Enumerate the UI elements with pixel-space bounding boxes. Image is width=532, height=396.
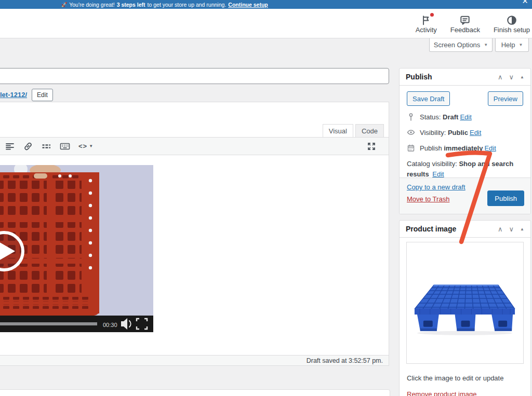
link-icon[interactable] [23,141,33,152]
move-down-icon[interactable]: ∨ [509,225,514,233]
permalink: let-1212/ Edit [0,88,53,102]
tab-visual[interactable]: Visual [323,124,353,138]
editor-toolbar: <> ▼ [0,137,389,155]
progress-bar[interactable] [0,322,97,325]
catalog-visibility-row: Catalog visibility: Shop and search resu… [407,159,516,180]
code-icon[interactable]: <> ▼ [78,142,93,150]
move-up-icon[interactable]: ∧ [498,73,503,81]
code-glyph: <> [78,142,87,150]
draft-saved-text: Draft saved at 3:52:57 pm. [307,357,383,364]
save-draft-button[interactable]: Save Draft [407,91,450,106]
woocommerce-edit-product-page: 🚀 You're doing great! 3 steps left to ge… [0,0,532,396]
edit-catalog-link[interactable]: Edit [432,170,444,178]
product-image-hint: Click the image to edit or update [407,374,523,382]
notification-dot [430,13,434,17]
close-icon[interactable]: × [522,0,528,6]
schedule-row: Publish immediatelyEdit [407,144,523,153]
product-image-thumbnail[interactable] [406,242,524,364]
video-controls: 00:30 [0,316,153,332]
flag-icon [420,13,432,26]
tab-code[interactable]: Code [355,124,384,138]
product-image-panel-header[interactable]: Product image ∧ ∨ ▲ [400,221,530,238]
eye-icon [407,128,415,136]
feedback-label: Feedback [450,26,480,34]
product-image-panel-title: Product image [406,225,456,233]
product-data-panel-top [0,389,390,396]
status-label: Status: [420,113,443,121]
toggle-panel-icon[interactable]: ▲ [520,75,524,79]
publish-panel-header[interactable]: Publish ∧ ∨ ▲ [400,69,530,86]
editor-mode-tabs: Visual Code [323,124,384,138]
status-text: Status: DraftEdit [420,113,472,121]
help-button[interactable]: Help ▼ [495,38,529,52]
edit-schedule-link[interactable]: Edit [484,144,496,152]
move-up-icon[interactable]: ∧ [498,225,503,233]
copy-to-new-draft-link[interactable]: Copy to a new draft [407,183,523,191]
setup-progress-banner: 🚀 You're doing great! 3 steps left to ge… [0,0,532,9]
visibility-row: Visibility: PublicEdit [407,128,523,137]
fullscreen-icon[interactable] [366,141,377,152]
header-actions: Activity Feedback Finish setup [416,13,530,34]
finish-setup-button[interactable]: Finish setup [494,13,530,34]
visibility-text: Visibility: PublicEdit [420,128,481,137]
product-image-panel: Product image ∧ ∨ ▲ [399,220,531,396]
edit-visibility-link[interactable]: Edit [470,129,481,136]
feedback-button[interactable]: Feedback [450,13,480,34]
visibility-label: Visibility: [420,129,448,136]
play-button[interactable] [0,233,23,270]
rocket-icon: 🚀 [61,2,67,7]
banner-text-1: You're doing great! [69,2,114,8]
permalink-edit-button[interactable]: Edit [32,89,53,101]
help-label: Help [501,41,515,49]
move-down-icon[interactable]: ∨ [509,73,514,81]
activity-button[interactable]: Activity [416,13,437,34]
screen-options-label: Screen Options [434,41,481,49]
publish-panel-title: Publish [406,73,432,81]
more-tag-icon[interactable] [41,141,51,152]
schedule-label: Publish [420,144,444,152]
panel-controls: ∧ ∨ ▲ [498,73,524,81]
video-frame [0,165,153,316]
admin-header: Activity Feedback Finish setup [0,9,532,38]
panel-controls: ∧ ∨ ▲ [498,225,524,233]
banner-steps-left: 3 steps left [117,2,145,8]
banner-text-2: to get your store up and running. [148,2,227,8]
blue-pallet-image [407,243,523,363]
publish-button[interactable]: Publish [487,190,524,206]
calendar-icon [407,144,415,152]
chevron-down-icon: ▼ [518,43,523,47]
align-left-icon[interactable] [5,141,15,152]
publish-major-actions: Copy to a new draft Move to Trash Publis… [400,177,530,214]
half-circle-icon [506,13,517,26]
title-input[interactable] [0,68,389,84]
banner-message: 🚀 You're doing great! 3 steps left to ge… [61,2,268,8]
schedule-text: Publish immediatelyEdit [420,144,496,153]
editor-status-bar: Draft saved at 3:52:57 pm. [0,355,389,365]
activity-label: Activity [416,26,437,34]
chevron-down-icon: ▼ [484,43,488,47]
video-time: 00:30 [103,322,117,328]
finish-setup-label: Finish setup [494,26,530,34]
permalink-link[interactable]: let-1212/ [0,91,27,99]
toggle-panel-icon[interactable]: ▲ [520,227,524,231]
catalog-label: Catalog visibility: [407,160,459,168]
comment-icon [459,13,471,26]
screen-options-button[interactable]: Screen Options ▼ [429,38,493,52]
visibility-value: Public [448,129,468,136]
pin-icon [407,113,415,121]
remove-product-image-link[interactable]: Remove product image [407,390,476,396]
keyboard-icon[interactable] [59,141,71,152]
continue-setup-link[interactable]: Continue setup [228,2,268,8]
publish-minor-actions: Save Draft Preview [407,91,523,106]
publish-panel: Publish ∧ ∨ ▲ Save Draft Preview Status:… [399,68,531,214]
preview-button[interactable]: Preview [488,91,523,106]
status-value: Draft [443,113,458,121]
schedule-value: immediately [444,144,483,152]
status-row: Status: DraftEdit [407,113,523,121]
chevron-down-icon: ▼ [89,144,93,148]
video-player[interactable]: 00:30 [0,165,153,332]
edit-status-link[interactable]: Edit [460,113,471,121]
